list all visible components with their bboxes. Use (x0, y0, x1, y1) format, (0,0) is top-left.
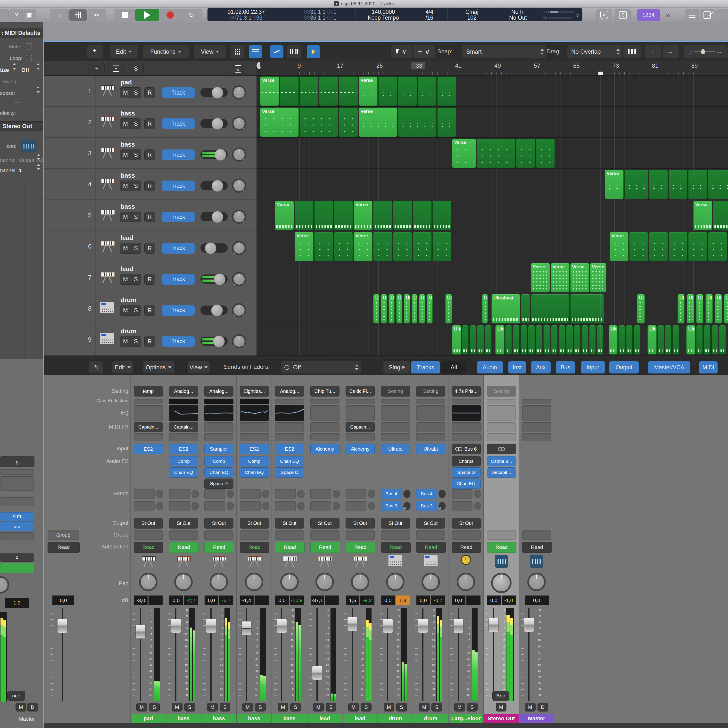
send-slot[interactable] (169, 489, 190, 499)
midi-region[interactable] (433, 232, 451, 262)
midi-region[interactable] (300, 107, 338, 137)
mixer-view-all[interactable]: All (441, 361, 466, 374)
audio-fx-button[interactable]: Space D (275, 467, 304, 477)
volume-slider-thumb[interactable] (212, 211, 223, 223)
scissors-icon[interactable]: ✂ (87, 9, 106, 21)
eq-slot[interactable] (522, 405, 551, 421)
sends-on-faders-select[interactable]: Off (281, 361, 361, 374)
volume-slider[interactable] (200, 274, 228, 284)
mixer-back-arrow-button[interactable]: ↰ (89, 361, 103, 374)
send-knob[interactable] (191, 502, 199, 510)
channel-output-button[interactable]: St Out (416, 518, 445, 529)
solo-button[interactable]: S (130, 118, 141, 129)
partial-slot[interactable] (0, 497, 34, 506)
track-header-row[interactable]: 9drumMSRTrackLR (44, 324, 257, 355)
pan-knob[interactable]: LR (232, 179, 246, 193)
channel-input-button[interactable]: Alchemy (346, 444, 375, 454)
catch-playhead-icon-button[interactable] (306, 45, 321, 58)
send-knob[interactable] (368, 490, 375, 498)
mute-button[interactable]: M (242, 703, 253, 711)
midi-region[interactable] (581, 325, 588, 355)
partial-bounce-button[interactable]: nce (7, 691, 25, 700)
midi-fx-slot[interactable] (416, 433, 445, 441)
midi-region[interactable]: Verse (452, 139, 476, 168)
mixer-filter-master-vca[interactable]: Master/VCA (648, 361, 690, 374)
eq-slot[interactable] (134, 405, 163, 421)
mute-checkbox[interactable] (26, 43, 32, 49)
automation-mode-button[interactable]: Read (310, 541, 340, 553)
mute-button[interactable]: M (278, 703, 288, 711)
snap-stepper-icon[interactable] (540, 49, 544, 55)
flex-icon-button[interactable] (287, 45, 301, 58)
midi-fx-slot[interactable] (381, 422, 410, 432)
midi-region[interactable] (719, 325, 726, 355)
add-track-button[interactable]: + (89, 63, 105, 74)
track-on-button[interactable]: Track (162, 243, 194, 254)
eq-thumbnail[interactable] (275, 405, 304, 421)
midi-region[interactable]: Ul (404, 294, 410, 323)
mute-button[interactable]: M (120, 274, 131, 284)
midi-region[interactable] (516, 139, 535, 168)
notepad-button[interactable] (700, 9, 714, 21)
zoom-slider-group[interactable]: ↕↔ (684, 45, 728, 58)
midi-fx-button[interactable]: Captain... (346, 422, 375, 432)
send-knob[interactable] (368, 502, 375, 510)
volume-slider[interactable] (200, 88, 228, 97)
record-enable-button[interactable]: R (144, 150, 155, 160)
midi-region[interactable] (339, 76, 358, 106)
pan-knob[interactable] (174, 573, 193, 591)
midi-region[interactable]: Ultrabeat (686, 325, 696, 355)
midi-region[interactable]: Ul (388, 294, 394, 323)
midi-fx-slot[interactable] (204, 433, 234, 441)
solo-or-dim-button[interactable]: S (220, 703, 230, 711)
solo-button[interactable]: S (130, 305, 141, 316)
midi-fx-slot[interactable] (451, 433, 481, 441)
mute-button[interactable]: M (207, 703, 218, 711)
horizontal-zoom-button[interactable]: ↔ (662, 45, 679, 58)
midi-region[interactable]: Verse (359, 76, 378, 106)
midi-region[interactable]: Ul (705, 294, 713, 323)
track-on-button[interactable]: Track (162, 118, 194, 129)
midi-region[interactable] (665, 325, 671, 355)
track-on-button[interactable]: Track (162, 274, 194, 284)
channel-name-plate[interactable]: pad (131, 714, 165, 723)
channel-output-button[interactable]: St Out (204, 518, 234, 529)
midi-fx-slot[interactable] (487, 433, 516, 441)
fader-thumb[interactable] (347, 617, 358, 631)
stepper-icon[interactable] (355, 364, 358, 370)
group-slot[interactable] (381, 531, 410, 540)
midi-region[interactable] (300, 76, 318, 106)
duplicate-track-button[interactable]: + (108, 63, 124, 74)
track-header-row[interactable]: 1padMSRTrackLR (44, 76, 257, 107)
automation-mode-button[interactable]: Read (275, 541, 304, 553)
audio-fx-button[interactable]: Space D (204, 479, 234, 489)
send-knob[interactable] (226, 502, 234, 510)
mixer-filter-inst[interactable]: Inst (508, 361, 526, 374)
mute-button[interactable]: M (120, 118, 131, 129)
midi-region[interactable] (485, 325, 491, 355)
send-knob[interactable] (439, 502, 446, 510)
mixer-filter-output[interactable]: Output (609, 361, 639, 374)
solo-or-dim-button[interactable]: S (149, 703, 160, 711)
lcd-key[interactable]: Cmaj102 (448, 8, 496, 21)
midi-region[interactable]: Verse (275, 201, 294, 230)
automation-mode-button[interactable]: Read (346, 541, 375, 553)
midi-region[interactable] (536, 139, 555, 168)
help-icon[interactable]: ? (10, 9, 23, 21)
channel-input-button[interactable]: Ultrabt (381, 444, 410, 454)
pan-knob[interactable]: LR (232, 272, 246, 286)
channel-output-button[interactable]: St Out (240, 518, 269, 529)
midi-fx-slot[interactable] (310, 422, 340, 432)
midi-fx-slot[interactable] (275, 433, 304, 441)
midi-region[interactable] (398, 107, 437, 137)
pan-knob[interactable]: LR (232, 148, 246, 162)
track-on-button[interactable]: Track (162, 336, 194, 347)
fader-thumb[interactable] (488, 618, 499, 632)
channel-name-plate[interactable]: drum (413, 714, 448, 723)
channel-output-stepper[interactable] (37, 154, 41, 160)
audio-fx-button[interactable]: Chan EQ (204, 467, 234, 477)
lcd-time[interactable]: 01:02:00:22.370071 3 1 093 (208, 8, 285, 21)
send-knob[interactable] (439, 490, 446, 498)
group-slot[interactable] (310, 531, 340, 540)
mute-button[interactable]: M (348, 703, 359, 711)
